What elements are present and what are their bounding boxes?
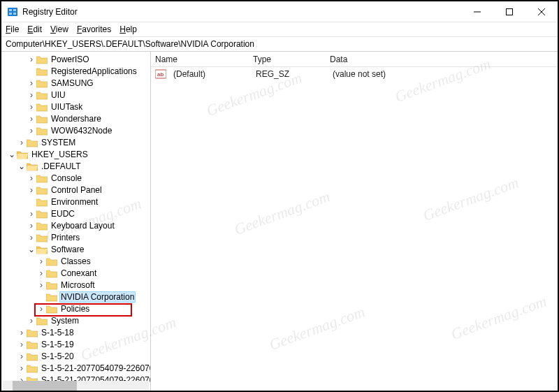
- menu-file[interactable]: File: [6, 24, 19, 34]
- tree-label: Software: [50, 245, 85, 254]
- tree-item[interactable]: ›EUDC: [3, 208, 150, 219]
- chevron-right-icon[interactable]: ›: [17, 138, 27, 147]
- folder-open-icon: [36, 245, 48, 254]
- tree-label: S-1-5-18: [40, 328, 75, 337]
- chevron-right-icon[interactable]: ›: [17, 363, 27, 373]
- chevron-right-icon[interactable]: ›: [36, 268, 46, 278]
- tree-item[interactable]: ›Control Panel: [3, 184, 150, 196]
- tree-item[interactable]: ›S-1-5-20: [3, 350, 150, 362]
- tree-item[interactable]: ⌄.DEFAULT: [3, 160, 150, 172]
- svg-rect-3: [13, 9, 16, 11]
- folder-icon: [27, 328, 38, 337]
- tree-item[interactable]: ›S-1-5-21-2077054079-226070: [3, 362, 150, 374]
- tree-item[interactable]: ›Keyboard Layout: [3, 219, 150, 231]
- close-button[interactable]: [525, 1, 558, 22]
- folder-open-icon: [27, 161, 38, 171]
- chevron-down-icon[interactable]: ⌄: [27, 245, 36, 254]
- menu-favorites[interactable]: Favorites: [77, 24, 111, 34]
- tree-label: Conexant: [59, 268, 98, 278]
- tree-item[interactable]: ⌄HKEY_USERS: [3, 148, 150, 160]
- menu-bar: File Edit View Favorites Help: [1, 22, 558, 36]
- chevron-right-icon[interactable]: ›: [27, 316, 36, 326]
- values-pane[interactable]: Name Type Data ab (Default) REG_SZ (valu…: [151, 52, 558, 391]
- chevron-right-icon[interactable]: ›: [27, 126, 36, 136]
- folder-icon: [46, 268, 57, 278]
- tree-label: S-1-5-19: [40, 340, 75, 349]
- menu-view[interactable]: View: [50, 24, 68, 34]
- chevron-right-icon[interactable]: ›: [17, 328, 27, 337]
- chevron-right-icon[interactable]: ›: [27, 102, 36, 112]
- column-headers[interactable]: Name Type Data: [151, 52, 558, 67]
- tree-item[interactable]: ›WOW6432Node: [3, 124, 150, 136]
- chevron-right-icon[interactable]: ›: [27, 78, 36, 88]
- chevron-right-icon[interactable]: ›: [27, 233, 36, 242]
- tree-item[interactable]: ›Classes: [3, 255, 150, 267]
- tree-item[interactable]: ›Conexant: [3, 267, 150, 279]
- folder-icon: [46, 292, 57, 302]
- tree-label: Classes: [59, 256, 92, 266]
- chevron-right-icon[interactable]: ›: [17, 340, 27, 349]
- chevron-right-icon[interactable]: ›: [36, 280, 46, 290]
- tree-item[interactable]: ›UIU: [3, 89, 150, 101]
- tree-label: RegisteredApplications: [50, 66, 138, 76]
- folder-icon: [36, 102, 48, 112]
- chevron-right-icon[interactable]: ›: [17, 351, 27, 361]
- folder-icon: [27, 363, 38, 373]
- tree-item[interactable]: ⌄Software: [3, 243, 150, 255]
- svg-rect-6: [507, 8, 513, 15]
- maximize-button[interactable]: [493, 1, 525, 22]
- tree-label: Wondershare: [50, 114, 103, 124]
- tree-label: Console: [50, 173, 83, 183]
- tree-label: System: [50, 316, 80, 326]
- folder-icon: [27, 351, 38, 361]
- tree-label: SAMSUNG: [50, 78, 95, 88]
- chevron-right-icon[interactable]: ›: [27, 90, 36, 100]
- tree-label: .DEFAULT: [40, 161, 82, 171]
- tree-item[interactable]: ›SAMSUNG: [3, 77, 150, 89]
- value-row[interactable]: ab (Default) REG_SZ (value not set): [151, 67, 558, 80]
- folder-icon: [36, 197, 48, 207]
- chevron-right-icon[interactable]: ›: [27, 55, 36, 64]
- tree-item[interactable]: ›UIUTask: [3, 101, 150, 112]
- scrollbar-thumb[interactable]: [13, 381, 77, 391]
- folder-icon: [36, 55, 48, 64]
- col-header-name[interactable]: Name: [151, 55, 249, 64]
- menu-edit[interactable]: Edit: [27, 24, 42, 34]
- annotation-highlight: [34, 303, 132, 317]
- tree-label: PowerISO: [50, 55, 91, 64]
- chevron-right-icon[interactable]: ›: [27, 173, 36, 183]
- chevron-right-icon[interactable]: ›: [27, 185, 36, 195]
- chevron-right-icon[interactable]: ›: [27, 114, 36, 124]
- horizontal-scrollbar[interactable]: [3, 381, 149, 391]
- tree-item-selected[interactable]: NVIDIA Corporation: [3, 291, 150, 303]
- tree-label: SYSTEM: [40, 138, 77, 147]
- svg-text:ab: ab: [157, 71, 164, 78]
- tree-item[interactable]: ›PowerISO: [3, 53, 150, 65]
- col-header-type[interactable]: Type: [249, 55, 326, 64]
- tree-item[interactable]: ›Wondershare: [3, 112, 150, 124]
- folder-icon: [36, 209, 48, 219]
- tree-item[interactable]: RegisteredApplications: [3, 65, 150, 77]
- chevron-right-icon[interactable]: ›: [27, 209, 36, 219]
- chevron-down-icon[interactable]: ⌄: [17, 161, 27, 171]
- minimize-button[interactable]: [461, 1, 493, 22]
- tree-item[interactable]: Environment: [3, 196, 150, 208]
- menu-help[interactable]: Help: [119, 24, 137, 34]
- tree-item[interactable]: ›SYSTEM: [3, 136, 150, 148]
- tree-pane[interactable]: ›PowerISO RegisteredApplications ›SAMSUN…: [1, 52, 151, 391]
- tree-item[interactable]: ›Microsoft: [3, 279, 150, 291]
- folder-open-icon: [17, 150, 28, 159]
- tree-item[interactable]: ›Console: [3, 172, 150, 184]
- window-title: Registry Editor: [22, 7, 461, 17]
- tree-item[interactable]: ›Printers: [3, 231, 150, 243]
- tree-item[interactable]: ›S-1-5-19: [3, 338, 150, 350]
- folder-icon: [36, 90, 48, 100]
- chevron-right-icon[interactable]: ›: [36, 256, 46, 266]
- tree-label: Microsoft: [59, 280, 96, 290]
- col-header-data[interactable]: Data: [326, 55, 558, 64]
- address-bar[interactable]: Computer\HKEY_USERS\.DEFAULT\Software\NV…: [1, 36, 558, 52]
- chevron-right-icon[interactable]: ›: [27, 221, 36, 231]
- tree-item[interactable]: ›S-1-5-18: [3, 326, 150, 338]
- folder-icon: [46, 256, 57, 266]
- chevron-down-icon[interactable]: ⌄: [7, 150, 17, 159]
